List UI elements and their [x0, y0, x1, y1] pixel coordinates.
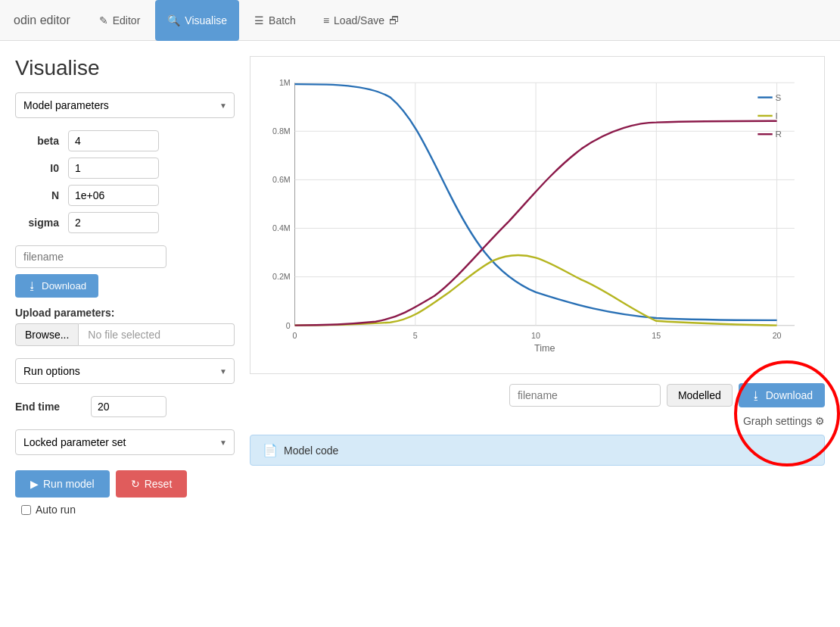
search-icon: 🔍 [167, 14, 180, 27]
left-panel: Visualise Model parameters beta I0 N sig… [15, 56, 235, 516]
svg-text:I: I [776, 111, 778, 120]
page-title: Visualise [15, 56, 235, 80]
no-file-label: No file selected [79, 323, 235, 346]
locked-param-select[interactable]: Locked parameter set [15, 429, 235, 455]
play-icon: ▶ [30, 478, 39, 490]
app-brand: odin editor [8, 14, 76, 27]
svg-text:0.4M: 0.4M [272, 223, 291, 232]
svg-text:0.2M: 0.2M [272, 272, 291, 281]
download-chart-button[interactable]: ⭳ Download [739, 383, 825, 407]
browse-button[interactable]: Browse... [15, 323, 79, 346]
file-icon: 📄 [263, 443, 278, 457]
reset-button[interactable]: ↻ Reset [116, 470, 188, 498]
auto-run-checkbox[interactable] [21, 505, 31, 515]
nav-batch[interactable]: ☰ Batch [242, 0, 308, 41]
param-row: beta [15, 130, 235, 151]
param-input[interactable] [68, 212, 159, 233]
param-row: I0 [15, 158, 235, 179]
menu-icon: ≡ [323, 14, 329, 27]
graph-settings[interactable]: Graph settings ⚙ [743, 415, 825, 427]
edit-icon: ✎ [99, 14, 108, 27]
gear-icon: ⚙ [815, 415, 825, 427]
filename-input-left[interactable] [15, 245, 166, 268]
svg-text:20: 20 [773, 331, 782, 340]
model-params-select[interactable]: Model parameters [15, 92, 235, 118]
auto-run-row: Auto run [15, 504, 235, 516]
navbar: odin editor ✎ Editor 🔍 Visualise ☰ Batch… [0, 0, 840, 41]
param-input[interactable] [68, 185, 159, 206]
chart-actions: Modelled ⭳ Download [250, 383, 825, 407]
svg-text:R: R [776, 129, 782, 139]
reset-icon: ↻ [131, 478, 140, 490]
chart-svg: .grid-line { stroke: #e0e0e0; stroke-wid… [258, 64, 817, 366]
right-panel: .grid-line { stroke: #e0e0e0; stroke-wid… [250, 56, 825, 516]
svg-text:0.6M: 0.6M [272, 175, 291, 184]
param-label: sigma [15, 217, 68, 229]
end-time-label: End time [15, 401, 91, 413]
end-time-input[interactable] [91, 396, 166, 417]
auto-run-label[interactable]: Auto run [36, 504, 76, 516]
upload-label: Upload parameters: [15, 307, 235, 319]
download-chart-icon: ⭳ [751, 389, 761, 401]
run-options-wrapper: Run options [15, 358, 235, 384]
param-row: N [15, 185, 235, 206]
svg-text:1M: 1M [279, 78, 291, 87]
nav-visualise[interactable]: 🔍 Visualise [155, 0, 239, 41]
param-row: sigma [15, 212, 235, 233]
filename-chart-input[interactable] [509, 384, 661, 407]
param-table: beta I0 N sigma [15, 130, 235, 233]
svg-text:10: 10 [531, 331, 540, 340]
run-model-button[interactable]: ▶ Run model [15, 470, 110, 498]
download-wrapper: ⭳ Download [739, 383, 825, 407]
svg-text:Time: Time [534, 343, 555, 354]
model-params-select-wrapper: Model parameters [15, 92, 235, 118]
end-time-row: End time [15, 396, 235, 417]
param-input[interactable] [68, 130, 159, 151]
locked-param-wrapper: Locked parameter set [15, 429, 235, 455]
list-icon: ☰ [254, 14, 264, 27]
nav-loadsave[interactable]: ≡ Load/Save 🗗 [311, 0, 412, 41]
param-label: N [15, 189, 68, 201]
download-button-left[interactable]: ⭳ Download [15, 274, 98, 298]
external-link-icon: 🗗 [389, 14, 400, 27]
chart-actions-wrapper: Modelled ⭳ Download Graph settings ⚙ [250, 383, 825, 427]
svg-text:0.8M: 0.8M [272, 126, 291, 136]
chart-container: .grid-line { stroke: #e0e0e0; stroke-wid… [250, 56, 825, 374]
model-code-label: Model code [284, 445, 338, 457]
file-input-row: Browse... No file selected [15, 323, 235, 346]
param-label: beta [15, 135, 68, 147]
svg-text:15: 15 [652, 331, 661, 340]
modelled-button[interactable]: Modelled [667, 384, 733, 407]
param-label: I0 [15, 162, 68, 174]
param-input[interactable] [68, 158, 159, 179]
svg-text:S: S [776, 92, 782, 102]
svg-text:0: 0 [293, 331, 297, 340]
action-row: ▶ Run model ↻ Reset [15, 470, 235, 498]
svg-text:0: 0 [286, 321, 291, 330]
main-layout: Visualise Model parameters beta I0 N sig… [0, 41, 840, 531]
nav-editor[interactable]: ✎ Editor [87, 0, 153, 41]
download-icon-left: ⭳ [27, 280, 37, 292]
run-options-select[interactable]: Run options [15, 358, 235, 384]
model-code-bar[interactable]: 📄 Model code [250, 435, 825, 466]
svg-text:5: 5 [413, 331, 418, 340]
